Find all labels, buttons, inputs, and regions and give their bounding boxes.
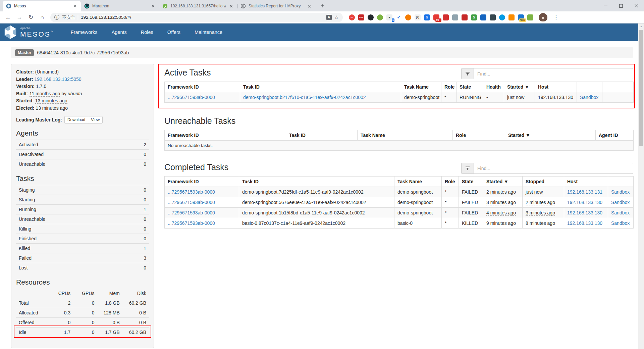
column-state[interactable]: State (459, 177, 483, 187)
extension-icon[interactable]: 99+ (433, 14, 439, 20)
browser-menu-icon[interactable]: ⋮ (553, 14, 559, 20)
completed-find-input[interactable] (474, 163, 633, 174)
column-task-name[interactable]: Task Name (394, 177, 442, 187)
extension-icon[interactable] (405, 14, 411, 20)
column-health[interactable]: Health (483, 82, 504, 92)
info-icon[interactable]: i (54, 15, 59, 20)
nav-offers[interactable]: Offers (160, 23, 187, 41)
column-task-id[interactable]: Task ID (239, 177, 394, 187)
profile-avatar[interactable] (539, 13, 547, 22)
column-framework-id[interactable]: Framework ID (165, 130, 286, 141)
resources-heading: Resources (16, 278, 149, 286)
column-agent-id[interactable]: Agent ID (596, 130, 634, 141)
framework-id-link[interactable]: ...7295671593ab-0000 (168, 200, 215, 205)
nav-maintenance[interactable]: Maintenance (187, 23, 229, 41)
extension-icon[interactable] (452, 14, 458, 20)
column-started[interactable]: Started ▼ (504, 82, 535, 92)
extension-icon[interactable]: ∞ (349, 14, 355, 20)
extension-icon[interactable] (443, 14, 449, 20)
filter-icon[interactable] (461, 68, 474, 79)
extension-icon[interactable]: New (518, 14, 524, 20)
framework-id-link[interactable]: ...7295671593ab-0000 (168, 210, 215, 215)
close-button[interactable] (629, 0, 644, 11)
started-row: Started: 13 minutes ago (16, 97, 149, 105)
new-tab-button[interactable] (318, 1, 327, 10)
column-started[interactable]: Started ▼ (505, 130, 596, 141)
nav-agents[interactable]: Agents (105, 23, 134, 41)
host-link[interactable]: 192.168.133.130 (567, 220, 602, 226)
extension-icon[interactable] (480, 14, 486, 20)
extension-icon[interactable]: (≡) (415, 14, 421, 20)
task-id-link[interactable]: demo-springboot.b217f610-c1a5-11e9-aaf9-… (243, 95, 366, 100)
mesos-logo[interactable]: Apache MESOS™ (4, 25, 54, 39)
task-state: FAILED (459, 208, 483, 218)
active-find-input[interactable] (474, 68, 633, 79)
address-bar[interactable]: i 不安全 192.168.133.132:5050/#/ A ☆ (50, 13, 343, 22)
column-state[interactable]: State (457, 82, 483, 92)
column-task-name[interactable]: Task Name (401, 82, 441, 92)
sandbox-link[interactable]: Sandbox (611, 220, 630, 226)
tab-marathon[interactable]: Marathon (81, 1, 159, 11)
column-framework-id[interactable]: Framework ID (165, 177, 239, 187)
filter-icon[interactable] (461, 163, 474, 174)
extension-icon[interactable]: ✓ (396, 14, 402, 20)
nav-roles[interactable]: Roles (134, 23, 160, 41)
bookmark-star-icon[interactable]: ☆ (334, 14, 339, 20)
column-task-name[interactable]: Task Name (358, 130, 453, 141)
sandbox-link[interactable]: Sandbox (611, 200, 630, 205)
extension-icon[interactable] (462, 14, 468, 20)
host-link[interactable]: 192.168.133.130 (567, 200, 602, 205)
table-header-row: Framework ID Task ID Task Name Role Star… (165, 130, 634, 141)
tab-mesos[interactable]: Mesos (3, 1, 81, 11)
column-framework-id[interactable]: Framework ID (165, 82, 240, 92)
maximize-button[interactable] (613, 0, 629, 11)
tab-close-icon[interactable] (228, 3, 234, 9)
column-task-id[interactable]: Task ID (286, 130, 358, 141)
framework-id-link[interactable]: ...7295671593ab-0000 (168, 189, 215, 195)
column-role[interactable]: Role (453, 130, 505, 141)
tab-close-icon[interactable] (307, 3, 312, 9)
tab-springboot-app[interactable]: 192.168.133.131:31657/hello w (159, 1, 237, 11)
framework-id-link[interactable]: ...7295671593ab-0000 (168, 95, 215, 100)
scroll-up-icon[interactable]: ▲ (638, 23, 644, 29)
host-link[interactable]: 192.168.133.130 (567, 210, 602, 215)
scrollbar-thumb[interactable] (639, 30, 643, 146)
column-host[interactable]: Host (564, 177, 608, 187)
extension-icon[interactable]: G (424, 14, 430, 20)
column-stopped[interactable]: Stopped (523, 177, 564, 187)
extension-icon[interactable] (499, 14, 505, 20)
sandbox-link[interactable]: Sandbox (580, 95, 598, 100)
sandbox-link[interactable]: Sandbox (611, 189, 630, 195)
minimize-button[interactable] (598, 0, 613, 11)
home-icon[interactable]: ⌂ (38, 13, 47, 22)
reload-icon[interactable]: ↻ (26, 13, 36, 22)
extension-icon[interactable]: ●1 (386, 14, 392, 20)
tab-close-icon[interactable] (72, 3, 77, 9)
translate-icon[interactable]: A (326, 15, 332, 20)
framework-id-link[interactable]: ...7295671593ab-0000 (168, 220, 215, 226)
host-link[interactable]: 192.168.133.131 (567, 189, 602, 195)
download-log-button[interactable]: Download (64, 116, 88, 123)
column-host[interactable]: Host (535, 82, 577, 92)
column-role[interactable]: Role (441, 82, 457, 92)
extension-icon[interactable] (377, 14, 383, 20)
column-task-id[interactable]: Task ID (240, 82, 401, 92)
extension-icon[interactable] (527, 14, 533, 20)
leader-link[interactable]: 192.168.133.132:5050 (34, 77, 81, 82)
view-log-button[interactable]: View (88, 116, 103, 123)
vertical-scrollbar[interactable]: ▲ (638, 23, 644, 349)
column-started[interactable]: Started ▼ (483, 177, 523, 187)
extension-icon[interactable] (508, 14, 515, 20)
sandbox-link[interactable]: Sandbox (611, 210, 630, 215)
tab-close-icon[interactable] (150, 3, 156, 9)
back-icon[interactable]: ← (3, 13, 13, 22)
extension-icon[interactable]: S (471, 14, 477, 20)
tab-haproxy-stats[interactable]: Statistics Report for HAProxy (237, 1, 315, 11)
column-role[interactable]: Role (442, 177, 459, 187)
forward-icon[interactable]: → (15, 13, 24, 22)
extension-icon[interactable]: ABP (358, 14, 364, 20)
extension-icon[interactable] (368, 14, 374, 20)
extension-icon[interactable] (490, 14, 496, 20)
nav-frameworks[interactable]: Frameworks (64, 23, 105, 41)
table-row: Offered000 B0 B (16, 318, 149, 328)
